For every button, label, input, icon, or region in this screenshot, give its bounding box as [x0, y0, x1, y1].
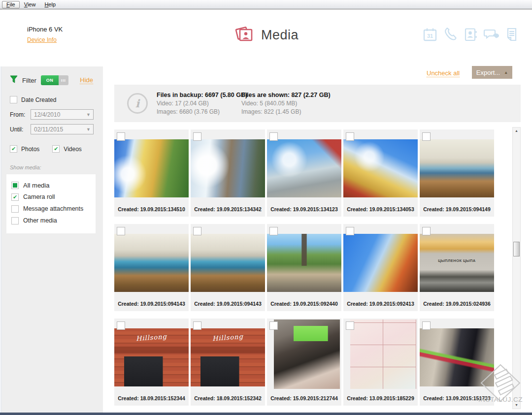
- media-item-checkbox[interactable]: [117, 227, 125, 235]
- media-thumbnail[interactable]: [114, 139, 189, 197]
- list-item-other-media[interactable]: Other media: [11, 215, 96, 226]
- scrollbar-thumb[interactable]: [513, 242, 520, 256]
- other-media-checkbox[interactable]: [11, 217, 19, 224]
- media-thumbnail[interactable]: [191, 234, 265, 292]
- media-item: Created: 19.09.2015:134342: [191, 129, 265, 217]
- svg-text:31: 31: [427, 33, 433, 39]
- media-item-checkbox[interactable]: [422, 321, 431, 330]
- media-thumbnail[interactable]: [191, 328, 265, 386]
- media-item: Created: 19.09.2015:134123: [267, 129, 341, 217]
- scroll-up-arrow[interactable]: ▲: [513, 128, 520, 134]
- scroll-down-arrow[interactable]: ▼: [513, 402, 520, 409]
- media-item-caption: Created: 19.09.2015:094143: [191, 301, 265, 307]
- media-type-list: All media Camera roll Message attachment…: [6, 174, 96, 233]
- media-thumbnail[interactable]: [350, 319, 416, 389]
- media-item-checkbox[interactable]: [269, 321, 278, 330]
- media-thumbnail[interactable]: [420, 139, 494, 197]
- media-item: Created: 18.09.2015:152342: [191, 319, 265, 406]
- media-item-caption: Created: 18.09.2015:152344: [114, 395, 189, 401]
- device-info-link[interactable]: Device Info: [27, 36, 57, 43]
- media-item: Created: 19.09.2015:092413: [343, 224, 418, 311]
- menu-file[interactable]: File: [2, 1, 20, 8]
- calendar-icon[interactable]: 31: [423, 27, 437, 42]
- phone-icon[interactable]: [443, 27, 458, 42]
- media-item-checkbox[interactable]: [117, 321, 125, 330]
- media-thumbnail[interactable]: [114, 328, 189, 386]
- media-item-caption: Created: 19.09.2015:134123: [267, 206, 341, 212]
- media-item-checkbox[interactable]: [193, 132, 201, 141]
- camera-roll-checkbox[interactable]: [11, 193, 19, 201]
- backup-images-stat: Images: 6680 (3.76 GB): [157, 108, 247, 116]
- media-item: Created: 19.09.2015:094143: [191, 224, 265, 311]
- date-created-checkbox[interactable]: [10, 96, 17, 103]
- media-thumbnail[interactable]: [191, 139, 265, 197]
- media-thumbnail[interactable]: [114, 234, 189, 292]
- media-item-caption: Created: 15.09.2015:212744: [267, 395, 341, 401]
- device-name: iPhone 6 VK: [27, 26, 63, 33]
- media-item-caption: Created: 19.09.2015:094149: [420, 206, 494, 212]
- from-date-select[interactable]: 12/4/2010▼: [31, 109, 94, 120]
- media-item: Created: 18.09.2015:152344: [114, 319, 189, 406]
- list-item-camera-roll[interactable]: Camera roll: [11, 191, 96, 203]
- filter-toggle[interactable]: ON III: [41, 75, 68, 85]
- messages-icon[interactable]: [483, 27, 499, 42]
- media-thumbnail[interactable]: [343, 139, 418, 197]
- hide-filter-link[interactable]: Hide: [80, 76, 93, 84]
- filter-toggle-grip: III: [59, 75, 68, 85]
- menu-bar: File View Help: [0, 0, 532, 9]
- media-item-checkbox[interactable]: [193, 227, 201, 235]
- chevron-down-icon: ▼: [86, 127, 91, 132]
- export-button[interactable]: Export... ▲: [472, 66, 512, 79]
- filter-sidebar: Filter ON III Hide Date Created From: 12…: [1, 66, 103, 414]
- contacts-icon[interactable]: [463, 27, 478, 42]
- until-date-select[interactable]: 02/11/2015▼: [31, 124, 94, 134]
- vertical-scrollbar[interactable]: ▲ ▼: [512, 127, 521, 409]
- header: iPhone 6 VK Device Info Media 31: [0, 10, 532, 66]
- media-thumbnail[interactable]: [420, 328, 494, 386]
- notes-icon[interactable]: [504, 27, 519, 42]
- media-item: Created: 13.09.2015:185229: [343, 319, 418, 406]
- media-item-checkbox[interactable]: [269, 132, 278, 141]
- menu-view[interactable]: View: [20, 1, 40, 8]
- media-item-checkbox[interactable]: [346, 227, 354, 235]
- media-thumbnail[interactable]: [267, 139, 341, 197]
- media-item-caption: Created: 19.09.2015:094143: [114, 301, 189, 307]
- media-item-caption: Created: 19.09.2015:134342: [191, 206, 265, 212]
- filter-toggle-on: ON: [41, 75, 59, 85]
- window-bottom-border: [0, 413, 532, 415]
- media-thumbnail[interactable]: [420, 234, 494, 292]
- triangle-up-icon: ▲: [504, 70, 508, 75]
- media-item-checkbox[interactable]: [193, 321, 201, 330]
- media-icon: [233, 25, 254, 45]
- media-thumbnail[interactable]: [274, 319, 340, 389]
- shown-video-stat: Video: 5 (840.05 MB): [241, 99, 331, 108]
- media-thumbnail[interactable]: [267, 234, 341, 292]
- filter-label: Filter: [22, 77, 36, 84]
- media-item-checkbox[interactable]: [422, 227, 431, 235]
- media-item-checkbox[interactable]: [346, 321, 354, 330]
- media-thumbnail[interactable]: [343, 234, 418, 292]
- media-item: Created: 15.09.2015:212744: [267, 319, 341, 406]
- media-item-caption: Created: 18.09.2015:152342: [191, 395, 265, 401]
- media-item-caption: Created: 19.09.2015:134510: [114, 206, 189, 212]
- backup-info-box: i Files in backup: 6697 (5.80 GB) Video:…: [114, 85, 521, 122]
- videos-label: Videos: [64, 146, 81, 153]
- uncheck-all-link[interactable]: Uncheck all: [427, 69, 460, 77]
- videos-checkbox[interactable]: [52, 145, 60, 153]
- media-item-caption: Created: 19.09.2015:024936: [420, 301, 494, 307]
- menu-help[interactable]: Help: [40, 1, 60, 8]
- media-item-checkbox[interactable]: [269, 227, 278, 235]
- list-item-message-attachments[interactable]: Message attachments: [11, 203, 96, 215]
- all-media-checkbox[interactable]: [11, 182, 19, 189]
- until-label: Until:: [10, 126, 31, 133]
- media-item-checkbox[interactable]: [422, 132, 431, 141]
- message-attachments-checkbox[interactable]: [11, 205, 19, 213]
- photos-checkbox[interactable]: [10, 145, 17, 153]
- backup-video-stat: Video: 17 (2.04 GB): [157, 99, 247, 108]
- media-item-checkbox[interactable]: [346, 132, 354, 141]
- media-item: Created: 19.09.2015:134510: [114, 129, 189, 217]
- media-item-checkbox[interactable]: [117, 132, 125, 141]
- list-item-all-media[interactable]: All media: [11, 179, 96, 191]
- chevron-down-icon: ▼: [86, 112, 91, 117]
- photos-label: Photos: [21, 146, 39, 153]
